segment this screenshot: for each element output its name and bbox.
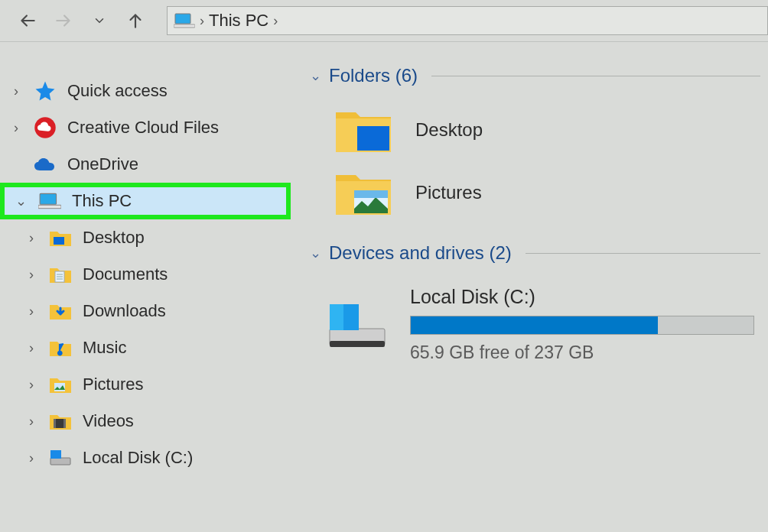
sidebar-item-documents[interactable]: › Documents	[0, 256, 291, 293]
back-button[interactable]	[15, 8, 40, 33]
chevron-right-icon[interactable]: ›	[24, 230, 38, 246]
drive-usage-fill	[411, 316, 658, 334]
svg-rect-22	[330, 304, 343, 330]
svg-rect-14	[50, 458, 70, 465]
group-header-drives[interactable]: ⌄ Devices and drives (2)	[310, 242, 760, 267]
creative-cloud-icon	[32, 115, 58, 141]
disk-icon	[47, 445, 73, 471]
disk-icon	[325, 298, 390, 352]
group-title: Devices and drives (2)	[329, 242, 512, 264]
star-icon	[32, 78, 58, 104]
sidebar-item-label: Creative Cloud Files	[67, 118, 219, 138]
svg-rect-16	[357, 126, 389, 151]
forward-button[interactable]	[51, 8, 76, 33]
up-button[interactable]	[123, 8, 148, 33]
chevron-right-icon[interactable]: ›	[24, 303, 38, 320]
chevron-right-icon[interactable]: ›	[9, 120, 23, 136]
content-pane: ⌄ Folders (6) Desktop	[291, 42, 768, 532]
chevron-down-icon[interactable]: ⌄	[310, 67, 321, 84]
sidebar-item-label: Pictures	[83, 375, 143, 394]
chevron-down-icon[interactable]: ⌄	[310, 245, 321, 261]
svg-rect-18	[354, 190, 388, 198]
sidebar-item-desktop[interactable]: › Desktop	[0, 219, 291, 256]
drive-usage-bar	[410, 316, 754, 335]
divider	[526, 253, 760, 254]
svg-rect-5	[54, 237, 64, 245]
pictures-folder-icon	[333, 166, 394, 219]
sidebar-item-local-disk[interactable]: › Local Disk (C:)	[0, 440, 291, 476]
sidebar-item-label: This PC	[72, 191, 132, 211]
chevron-right-icon[interactable]: ›	[24, 267, 38, 283]
music-folder-icon	[47, 335, 73, 361]
drive-free-text: 65.9 GB free of 237 GB	[410, 342, 760, 363]
sidebar-item-label: Quick access	[67, 81, 168, 101]
group-title: Folders (6)	[329, 65, 418, 86]
sidebar-item-label: Videos	[83, 411, 134, 431]
sidebar-item-label: Desktop	[83, 228, 145, 248]
svg-rect-20	[330, 341, 385, 347]
chevron-right-icon[interactable]: ›	[24, 450, 38, 466]
breadcrumb-this-pc[interactable]: This PC	[209, 11, 268, 31]
sidebar-item-downloads[interactable]: › Downloads	[0, 293, 291, 329]
sidebar-item-label: Local Disk (C:)	[83, 448, 193, 468]
recent-locations-button[interactable]	[87, 8, 112, 33]
chevron-right-icon[interactable]: ›	[24, 377, 38, 393]
folder-item-pictures[interactable]: Pictures	[333, 166, 760, 219]
chevron-right-icon[interactable]: ›	[9, 83, 23, 99]
svg-rect-12	[54, 419, 56, 428]
group-header-folders[interactable]: ⌄ Folders (6)	[310, 65, 760, 89]
documents-folder-icon	[47, 261, 73, 287]
svg-rect-13	[63, 419, 66, 428]
pc-icon	[37, 188, 63, 214]
desktop-folder-icon	[47, 225, 73, 251]
onedrive-icon	[32, 151, 58, 177]
sidebar-item-videos[interactable]: › Videos	[0, 403, 291, 440]
sidebar-item-label: Music	[83, 338, 126, 358]
folder-label: Pictures	[415, 182, 482, 203]
desktop-folder-icon	[333, 103, 394, 157]
downloads-folder-icon	[47, 298, 73, 324]
sidebar-item-creative-cloud[interactable]: › Creative Cloud Files	[0, 109, 291, 146]
videos-folder-icon	[47, 408, 73, 434]
chevron-right-icon[interactable]: ›	[24, 340, 38, 356]
drive-item-local-disk[interactable]: Local Disk (C:) 65.9 GB free of 237 GB	[310, 267, 760, 363]
folder-item-desktop[interactable]: Desktop	[333, 103, 760, 157]
chevron-right-icon[interactable]: ›	[24, 414, 38, 430]
chevron-down-icon[interactable]: ⌄	[14, 193, 28, 209]
svg-rect-4	[38, 205, 61, 208]
breadcrumb-separator: ›	[273, 13, 278, 29]
navigation-tree: › Quick access › Creative Cloud Files On…	[0, 42, 291, 532]
sidebar-item-label: OneDrive	[67, 154, 138, 174]
pc-icon	[174, 11, 195, 30]
sidebar-item-onedrive[interactable]: OneDrive	[0, 146, 291, 183]
sidebar-item-label: Documents	[83, 264, 168, 284]
divider	[431, 76, 760, 76]
svg-rect-0	[175, 14, 190, 24]
folder-label: Desktop	[415, 119, 483, 141]
address-bar[interactable]: › This PC ›	[167, 6, 768, 35]
svg-rect-15	[50, 450, 61, 459]
breadcrumb-separator: ›	[200, 13, 204, 29]
sidebar-item-this-pc[interactable]: ⌄ This PC	[0, 183, 291, 219]
drive-label: Local Disk (C:)	[410, 286, 760, 308]
sidebar-item-label: Downloads	[83, 301, 166, 321]
navigation-toolbar: › This PC ›	[0, 0, 768, 42]
sidebar-item-pictures[interactable]: › Pictures	[0, 366, 291, 403]
pictures-folder-icon	[47, 371, 73, 397]
svg-rect-1	[174, 24, 195, 28]
sidebar-item-music[interactable]: › Music	[0, 329, 291, 366]
sidebar-item-quick-access[interactable]: › Quick access	[0, 73, 291, 109]
svg-rect-3	[40, 193, 56, 204]
